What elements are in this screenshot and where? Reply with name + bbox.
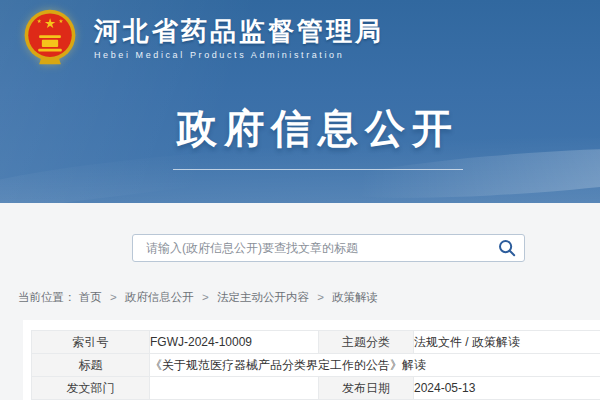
breadcrumb-label: 当前位置： bbox=[18, 291, 76, 303]
document-info-table: 索引号 FGWJ-2024-10009 主题分类 法规文件 / 政策解读 标题 … bbox=[31, 330, 600, 400]
search-input[interactable] bbox=[133, 241, 490, 255]
site-title-group: 河北省药品监督管理局 Hebei Medical Products Admini… bbox=[94, 15, 384, 60]
breadcrumb: 当前位置： 首页 > 政府信息公开 > 法定主动公开内容 > 政策解读 bbox=[18, 290, 378, 305]
topic-category-label: 主题分类 bbox=[319, 331, 414, 354]
table-row: 标题 《关于规范医疗器械产品分类界定工作的公告》解读 bbox=[32, 354, 600, 377]
svg-text:★: ★ bbox=[37, 18, 42, 24]
document-card: 索引号 FGWJ-2024-10009 主题分类 法规文件 / 政策解读 标题 … bbox=[23, 320, 600, 400]
table-row: 索引号 FGWJ-2024-10009 主题分类 法规文件 / 政策解读 bbox=[32, 331, 600, 354]
hero-title-wrap: 政府信息公开 bbox=[18, 101, 600, 170]
index-number-value: FGWJ-2024-10009 bbox=[150, 331, 319, 354]
topic-category-value: 法规文件 / 政策解读 bbox=[414, 331, 600, 354]
issuing-department-value bbox=[150, 377, 319, 400]
site-subtitle: Hebei Medical Products Administration bbox=[94, 50, 384, 60]
breadcrumb-item-gov-info[interactable]: 政府信息公开 bbox=[125, 291, 194, 303]
svg-text:★: ★ bbox=[44, 16, 56, 31]
site-logo[interactable]: ★ ★ ★ 河北省药品监督管理局 Hebei Medical Products … bbox=[20, 8, 384, 66]
national-emblem-icon: ★ ★ ★ bbox=[20, 8, 80, 66]
svg-text:★: ★ bbox=[58, 18, 63, 24]
breadcrumb-separator: > bbox=[110, 291, 117, 303]
table-row: 发文部门 发布日期 2024-05-13 bbox=[32, 377, 600, 400]
search-icon bbox=[497, 238, 517, 258]
issuing-department-label: 发文部门 bbox=[32, 377, 150, 400]
breadcrumb-item-statutory-disclosure[interactable]: 法定主动公开内容 bbox=[217, 291, 309, 303]
search-box bbox=[132, 234, 525, 262]
publish-date-value: 2024-05-13 bbox=[414, 377, 600, 400]
content-section: 当前位置： 首页 > 政府信息公开 > 法定主动公开内容 > 政策解读 索引号 … bbox=[0, 203, 600, 400]
breadcrumb-separator: > bbox=[202, 291, 209, 303]
page-title: 政府信息公开 bbox=[18, 101, 600, 156]
title-label: 标题 bbox=[32, 354, 150, 377]
index-number-label: 索引号 bbox=[32, 331, 150, 354]
breadcrumb-item-policy-interpretation[interactable]: 政策解读 bbox=[332, 291, 378, 303]
hero-underline bbox=[173, 169, 463, 170]
page: ★ ★ ★ 河北省药品监督管理局 Hebei Medical Products … bbox=[0, 0, 600, 400]
hero-banner: ★ ★ ★ 河北省药品监督管理局 Hebei Medical Products … bbox=[0, 0, 600, 203]
breadcrumb-separator: > bbox=[317, 291, 324, 303]
publish-date-label: 发布日期 bbox=[319, 377, 414, 400]
site-title: 河北省药品监督管理局 bbox=[94, 15, 384, 47]
search-button[interactable] bbox=[490, 235, 524, 261]
breadcrumb-item-home[interactable]: 首页 bbox=[79, 291, 102, 303]
title-value: 《关于规范医疗器械产品分类界定工作的公告》解读 bbox=[150, 354, 600, 377]
